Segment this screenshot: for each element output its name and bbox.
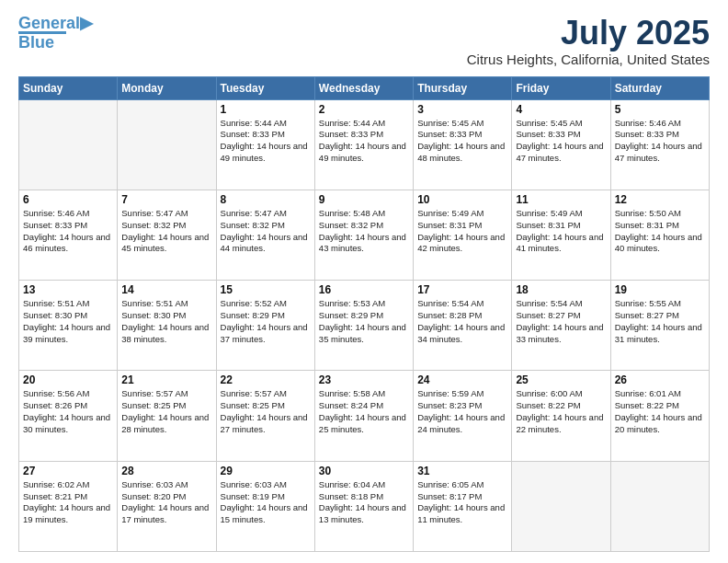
day-number: 6 — [23, 193, 113, 206]
day-info: Sunrise: 6:04 AM Sunset: 8:18 PM Dayligh… — [319, 479, 409, 526]
day-info: Sunrise: 5:52 AM Sunset: 8:29 PM Dayligh… — [221, 298, 311, 345]
calendar-cell: 6Sunrise: 5:46 AM Sunset: 8:33 PM Daylig… — [19, 190, 118, 280]
day-number: 30 — [319, 465, 409, 477]
col-thursday: Thursday — [414, 76, 512, 99]
calendar-cell: 17Sunrise: 5:54 AM Sunset: 8:28 PM Dayli… — [414, 281, 512, 371]
day-number: 4 — [516, 103, 606, 116]
col-friday: Friday — [512, 76, 610, 99]
day-number: 11 — [516, 193, 606, 206]
calendar-cell: 14Sunrise: 5:51 AM Sunset: 8:30 PM Dayli… — [118, 281, 216, 371]
day-number: 18 — [516, 283, 606, 296]
calendar-cell: 19Sunrise: 5:55 AM Sunset: 8:27 PM Dayli… — [610, 281, 709, 371]
day-info: Sunrise: 5:59 AM Sunset: 8:23 PM Dayligh… — [417, 388, 507, 435]
day-number: 15 — [221, 283, 311, 296]
calendar-cell — [512, 461, 610, 551]
day-number: 25 — [516, 373, 606, 386]
calendar-cell: 20Sunrise: 5:56 AM Sunset: 8:26 PM Dayli… — [19, 371, 118, 461]
logo: General▶ Blue — [18, 15, 93, 52]
calendar-cell: 8Sunrise: 5:47 AM Sunset: 8:32 PM Daylig… — [216, 190, 314, 280]
calendar-cell: 10Sunrise: 5:49 AM Sunset: 8:31 PM Dayli… — [414, 190, 512, 280]
day-number: 2 — [319, 103, 409, 116]
calendar-cell: 25Sunrise: 6:00 AM Sunset: 8:22 PM Dayli… — [512, 371, 610, 461]
day-info: Sunrise: 6:03 AM Sunset: 8:19 PM Dayligh… — [221, 479, 311, 526]
day-info: Sunrise: 5:46 AM Sunset: 8:33 PM Dayligh… — [23, 208, 113, 255]
day-info: Sunrise: 5:49 AM Sunset: 8:31 PM Dayligh… — [516, 208, 606, 255]
day-number: 1 — [221, 103, 311, 116]
col-sunday: Sunday — [19, 76, 118, 99]
calendar-cell: 11Sunrise: 5:49 AM Sunset: 8:31 PM Dayli… — [512, 190, 610, 280]
calendar-week-4: 20Sunrise: 5:56 AM Sunset: 8:26 PM Dayli… — [19, 371, 710, 461]
calendar-cell: 2Sunrise: 5:44 AM Sunset: 8:33 PM Daylig… — [314, 99, 413, 190]
day-number: 20 — [23, 373, 113, 386]
day-info: Sunrise: 6:03 AM Sunset: 8:20 PM Dayligh… — [121, 479, 211, 526]
calendar-cell: 15Sunrise: 5:52 AM Sunset: 8:29 PM Dayli… — [216, 281, 314, 371]
day-info: Sunrise: 5:57 AM Sunset: 8:25 PM Dayligh… — [221, 388, 311, 435]
col-tuesday: Tuesday — [216, 76, 314, 99]
col-saturday: Saturday — [610, 76, 709, 99]
day-info: Sunrise: 5:47 AM Sunset: 8:32 PM Dayligh… — [121, 208, 211, 255]
day-number: 8 — [221, 193, 311, 206]
day-number: 17 — [417, 283, 507, 296]
calendar-cell: 26Sunrise: 6:01 AM Sunset: 8:22 PM Dayli… — [610, 371, 709, 461]
day-number: 19 — [615, 283, 705, 296]
calendar-cell: 12Sunrise: 5:50 AM Sunset: 8:31 PM Dayli… — [610, 190, 709, 280]
calendar-week-1: 1Sunrise: 5:44 AM Sunset: 8:33 PM Daylig… — [19, 99, 710, 190]
calendar-cell: 1Sunrise: 5:44 AM Sunset: 8:33 PM Daylig… — [216, 99, 314, 190]
col-wednesday: Wednesday — [314, 76, 413, 99]
day-info: Sunrise: 5:56 AM Sunset: 8:26 PM Dayligh… — [23, 388, 113, 435]
day-info: Sunrise: 5:54 AM Sunset: 8:27 PM Dayligh… — [516, 298, 606, 345]
day-number: 26 — [615, 373, 705, 386]
day-info: Sunrise: 6:00 AM Sunset: 8:22 PM Dayligh… — [516, 388, 606, 435]
day-number: 28 — [121, 465, 211, 477]
calendar-cell: 16Sunrise: 5:53 AM Sunset: 8:29 PM Dayli… — [314, 281, 413, 371]
calendar-cell: 28Sunrise: 6:03 AM Sunset: 8:20 PM Dayli… — [118, 461, 216, 551]
calendar-cell — [610, 461, 709, 551]
calendar-cell: 9Sunrise: 5:48 AM Sunset: 8:32 PM Daylig… — [314, 190, 413, 280]
calendar-cell: 5Sunrise: 5:46 AM Sunset: 8:33 PM Daylig… — [610, 99, 709, 190]
calendar-cell — [118, 99, 216, 190]
calendar-cell: 29Sunrise: 6:03 AM Sunset: 8:19 PM Dayli… — [216, 461, 314, 551]
day-info: Sunrise: 5:53 AM Sunset: 8:29 PM Dayligh… — [319, 298, 409, 345]
calendar-cell: 7Sunrise: 5:47 AM Sunset: 8:32 PM Daylig… — [118, 190, 216, 280]
calendar-cell — [19, 99, 118, 190]
calendar-cell: 13Sunrise: 5:51 AM Sunset: 8:30 PM Dayli… — [19, 281, 118, 371]
day-info: Sunrise: 5:48 AM Sunset: 8:32 PM Dayligh… — [319, 208, 409, 255]
day-info: Sunrise: 5:49 AM Sunset: 8:31 PM Dayligh… — [417, 208, 507, 255]
day-info: Sunrise: 5:51 AM Sunset: 8:30 PM Dayligh… — [23, 298, 113, 345]
calendar-cell: 3Sunrise: 5:45 AM Sunset: 8:33 PM Daylig… — [414, 99, 512, 190]
calendar-cell: 18Sunrise: 5:54 AM Sunset: 8:27 PM Dayli… — [512, 281, 610, 371]
calendar-cell: 4Sunrise: 5:45 AM Sunset: 8:33 PM Daylig… — [512, 99, 610, 190]
day-number: 23 — [319, 373, 409, 386]
day-info: Sunrise: 6:05 AM Sunset: 8:17 PM Dayligh… — [417, 479, 507, 526]
day-info: Sunrise: 5:46 AM Sunset: 8:33 PM Dayligh… — [615, 118, 705, 165]
calendar: Sunday Monday Tuesday Wednesday Thursday… — [18, 76, 710, 552]
day-info: Sunrise: 6:01 AM Sunset: 8:22 PM Dayligh… — [615, 388, 705, 435]
calendar-week-5: 27Sunrise: 6:02 AM Sunset: 8:21 PM Dayli… — [19, 461, 710, 551]
logo-general: General — [18, 14, 80, 32]
day-number: 10 — [417, 193, 507, 206]
col-monday: Monday — [118, 76, 216, 99]
day-info: Sunrise: 5:44 AM Sunset: 8:33 PM Dayligh… — [319, 118, 409, 165]
day-number: 27 — [23, 465, 113, 477]
day-number: 14 — [121, 283, 211, 296]
day-info: Sunrise: 5:45 AM Sunset: 8:33 PM Dayligh… — [516, 118, 606, 165]
logo-triangle-icon: ▶ — [80, 14, 93, 32]
title-section: July 2025 Citrus Heights, California, Un… — [467, 15, 710, 67]
day-number: 16 — [319, 283, 409, 296]
calendar-header-row: Sunday Monday Tuesday Wednesday Thursday… — [19, 76, 710, 99]
day-info: Sunrise: 5:58 AM Sunset: 8:24 PM Dayligh… — [319, 388, 409, 435]
day-number: 24 — [417, 373, 507, 386]
location-title: Citrus Heights, California, United State… — [467, 52, 710, 67]
day-info: Sunrise: 5:55 AM Sunset: 8:27 PM Dayligh… — [615, 298, 705, 345]
day-number: 12 — [615, 193, 705, 206]
day-number: 21 — [121, 373, 211, 386]
calendar-week-3: 13Sunrise: 5:51 AM Sunset: 8:30 PM Dayli… — [19, 281, 710, 371]
calendar-cell: 30Sunrise: 6:04 AM Sunset: 8:18 PM Dayli… — [314, 461, 413, 551]
day-number: 3 — [417, 103, 507, 116]
day-info: Sunrise: 6:02 AM Sunset: 8:21 PM Dayligh… — [23, 479, 113, 526]
day-info: Sunrise: 5:44 AM Sunset: 8:33 PM Dayligh… — [221, 118, 311, 165]
day-number: 5 — [615, 103, 705, 116]
logo-blue: Blue — [18, 34, 54, 52]
calendar-cell: 27Sunrise: 6:02 AM Sunset: 8:21 PM Dayli… — [19, 461, 118, 551]
day-info: Sunrise: 5:54 AM Sunset: 8:28 PM Dayligh… — [417, 298, 507, 345]
